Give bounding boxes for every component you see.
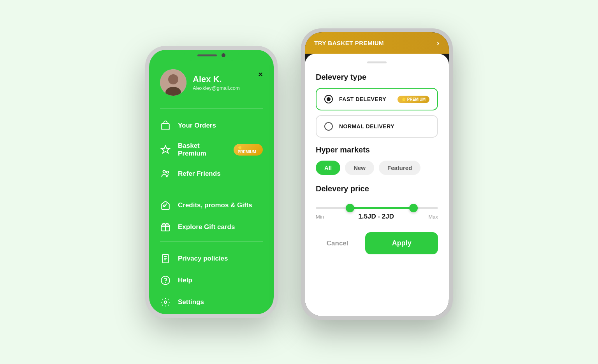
menu-label-help: Help [178, 276, 192, 284]
premium-banner[interactable]: TRY BASKET PREMIUM › [305, 32, 449, 54]
slider-fill [350, 207, 413, 209]
tag-icon [160, 200, 171, 211]
premium-badge: ⭐ ⭐ PREMIUMPREMIUM [234, 144, 263, 156]
menu-label-privacy: Privacy policies [178, 255, 228, 262]
user-profile: Alex K. Alexkley@gmail.com [160, 69, 263, 96]
menu-label-giftcards: Explore Gift cards [178, 223, 235, 231]
menu-item-settings[interactable]: Settings [160, 291, 263, 313]
slider-max-label: Max [428, 214, 438, 220]
price-title: Delevery price [316, 184, 438, 193]
delivery-label-normal: NORMAL DELIVERY [339, 123, 429, 130]
menu-label-premium: Basket Premium [178, 142, 223, 158]
action-buttons: Cancel Apply [316, 232, 438, 254]
menu-item-credits[interactable]: Credits, promos & Gifts [160, 194, 263, 216]
svg-point-1 [168, 74, 178, 84]
radio-dot-fast [327, 97, 331, 101]
avatar-image [160, 69, 186, 96]
delivery-label-fast: FAST DELEVERY [339, 96, 391, 102]
price-slider[interactable]: Min 1.5JD - 2JD Max [316, 200, 438, 223]
radio-fast [324, 95, 333, 103]
gift-icon [160, 222, 171, 233]
delivery-option-fast[interactable]: FAST DELEVERY ⭐ PREMIUM [316, 88, 438, 110]
people-icon [160, 168, 171, 179]
menu-item-premium[interactable]: Basket Premium ⭐ ⭐ PREMIUMPREMIUM [160, 136, 263, 163]
svg-rect-8 [162, 254, 168, 263]
avatar [160, 69, 186, 96]
svg-point-11 [164, 301, 167, 304]
sheet-handle [367, 61, 387, 63]
delivery-option-normal[interactable]: NORMAL DELIVERY [316, 115, 438, 138]
svg-point-10 [165, 282, 165, 283]
svg-point-4 [163, 170, 166, 173]
slider-track [316, 207, 438, 209]
tab-new[interactable]: New [345, 161, 374, 175]
menu-item-refer[interactable]: Refer Friends [160, 163, 263, 185]
slider-thumb-right[interactable] [409, 204, 418, 212]
slider-labels: Min 1.5JD - 2JD Max [316, 213, 438, 220]
tab-featured[interactable]: Featured [379, 161, 420, 175]
svg-rect-3 [162, 124, 169, 130]
delivery-type-title: Delevery type [316, 73, 438, 82]
user-info: Alex K. Alexkley@gmail.com [193, 74, 240, 91]
markets-section: Hyper markets All New Featured [316, 145, 438, 183]
camera [222, 53, 225, 57]
markets-title: Hyper markets [316, 145, 438, 154]
menu-item-privacy[interactable]: Privacy policies [160, 248, 263, 270]
svg-point-9 [161, 276, 170, 285]
right-phone: TRY BASKET PREMIUM › Delevery type FAST … [301, 28, 453, 320]
divider-3 [160, 241, 263, 242]
gear-icon [160, 297, 171, 308]
filter-tabs: All New Featured [316, 161, 438, 175]
menu-item-help[interactable]: Help [160, 270, 263, 291]
menu-label-credits: Credits, promos & Gifts [178, 201, 252, 209]
banner-label: TRY BASKET PREMIUM [314, 40, 384, 46]
star-icon [160, 144, 171, 155]
user-name: Alex K. [193, 74, 240, 84]
menu-label-refer: Refer Friends [178, 170, 221, 178]
scene: × Alex K. Alexkley@gmail.com [145, 44, 453, 320]
user-email: Alexkley@gmail.com [193, 85, 240, 91]
price-section: Delevery price Min 1.5JD - 2JD Max [316, 184, 438, 223]
menu-label-settings: Settings [178, 298, 204, 306]
tab-all[interactable]: All [316, 161, 340, 175]
close-button[interactable]: × [258, 70, 263, 79]
menu-label-orders: Your Orders [178, 122, 216, 130]
slider-thumb-left[interactable] [346, 204, 354, 212]
divider-1 [160, 108, 263, 108]
slider-min-label: Min [316, 214, 324, 220]
bottom-sheet: Delevery type FAST DELEVERY ⭐ PREMIUM NO… [305, 54, 449, 316]
menu-item-orders[interactable]: Your Orders [160, 115, 263, 136]
notch [184, 50, 239, 61]
delivery-premium-tag: ⭐ PREMIUM [397, 96, 429, 103]
svg-point-5 [167, 171, 169, 173]
question-icon [160, 275, 171, 286]
apply-button[interactable]: Apply [365, 232, 438, 254]
bag-icon [160, 120, 171, 131]
cancel-button[interactable]: Cancel [316, 232, 359, 254]
left-phone: × Alex K. Alexkley@gmail.com [145, 46, 278, 318]
speaker [197, 54, 217, 56]
divider-2 [160, 188, 263, 188]
banner-arrow-icon: › [437, 38, 440, 47]
menu-item-giftcards[interactable]: Explore Gift cards [160, 216, 263, 238]
slider-value: 1.5JD - 2JD [358, 213, 394, 220]
radio-normal [324, 122, 333, 131]
document-icon [160, 253, 171, 264]
